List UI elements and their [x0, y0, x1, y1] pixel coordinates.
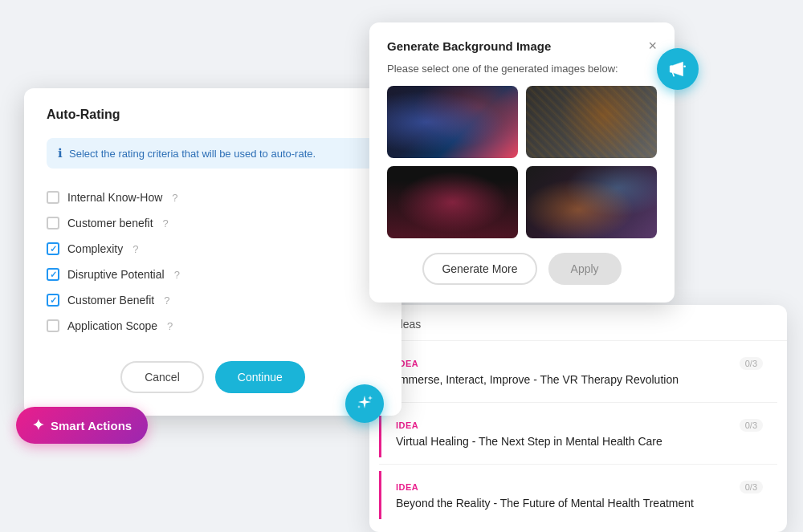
idea-badge-3: IDEA	[396, 482, 418, 492]
idea-label-row-1: IDEA 0/3	[396, 357, 763, 370]
criteria-item-application-scope: Application Scope ?	[47, 313, 379, 339]
idea-badge-2: IDEA	[396, 420, 418, 430]
criteria-checkbox-customer-benefit-2[interactable]	[47, 294, 59, 307]
auto-rating-dialog: Auto-Rating × ℹ Select the rating criter…	[24, 88, 402, 416]
image-grid	[387, 86, 657, 238]
criteria-label-application-scope: Application Scope	[67, 319, 157, 332]
generate-more-button[interactable]: Generate More	[422, 253, 536, 285]
criteria-item-internal-know-how: Internal Know-How ?	[47, 185, 379, 210]
criteria-checkbox-customer-benefit-1[interactable]	[47, 217, 59, 229]
auto-rating-footer: Cancel Continue	[47, 361, 379, 393]
generated-image-4[interactable]	[526, 166, 657, 238]
idea-text-3: Beyond the Reality - The Future of Menta…	[396, 497, 763, 510]
criteria-item-customer-benefit-1: Customer benefit ?	[47, 210, 379, 236]
generate-bg-dialog: Generate Background Image × Please selec…	[369, 22, 675, 303]
idea-item-3[interactable]: IDEA 0/3 Beyond the Reality - The Future…	[379, 471, 777, 519]
criteria-list: Internal Know-How ? Customer benefit ? C…	[47, 185, 379, 339]
sparkle-float-icon	[355, 394, 374, 413]
idea-label-row-3: IDEA 0/3	[396, 481, 763, 493]
auto-rating-info-text: Select the rating criteria that will be …	[69, 148, 316, 160]
auto-rating-header: Auto-Rating ×	[47, 108, 379, 122]
ideas-panel: ▾ Ideas IDEA 0/3 Immerse, Interact, Impr…	[369, 305, 787, 532]
criteria-item-customer-benefit-2: Customer Benefit ?	[47, 287, 379, 313]
criteria-label-complexity: Complexity	[67, 242, 123, 255]
criteria-label-customer-benefit-2: Customer Benefit	[67, 294, 154, 307]
generate-bg-footer: Generate More Apply	[387, 253, 657, 285]
smart-actions-label: Smart Actions	[51, 419, 132, 433]
generated-image-3[interactable]	[387, 166, 518, 238]
criteria-checkbox-disruptive-potential[interactable]	[47, 268, 59, 281]
idea-divider-1	[379, 402, 777, 403]
auto-rating-info-box: ℹ Select the rating criteria that will b…	[47, 138, 379, 169]
criteria-item-disruptive-potential: Disruptive Potential ?	[47, 262, 379, 287]
idea-label-row-2: IDEA 0/3	[396, 419, 763, 432]
idea-text-2: Virtual Healing - The Next Step in Menta…	[396, 435, 763, 448]
idea-text-1: Immerse, Interact, Improve - The VR Ther…	[396, 373, 763, 386]
generate-bg-title: Generate Background Image	[387, 39, 551, 53]
idea-item-2[interactable]: IDEA 0/3 Virtual Healing - The Next Step…	[379, 409, 777, 457]
criteria-item-complexity: Complexity ?	[47, 236, 379, 262]
generate-bg-close-button[interactable]: ×	[648, 39, 657, 53]
smart-actions-button[interactable]: ✦ Smart Actions	[16, 407, 148, 444]
megaphone-icon	[667, 59, 688, 79]
help-icon-complexity: ?	[132, 243, 138, 255]
criteria-label-disruptive-potential: Disruptive Potential	[67, 268, 165, 281]
generate-bg-header: Generate Background Image ×	[387, 39, 657, 53]
criteria-checkbox-application-scope[interactable]	[47, 319, 59, 332]
help-icon-internal-know-how: ?	[172, 192, 177, 204]
info-icon: ℹ	[58, 146, 63, 160]
help-icon-customer-benefit-1: ?	[163, 217, 169, 229]
criteria-checkbox-internal-know-how[interactable]	[47, 191, 59, 204]
ideas-section-header: ▾ Ideas	[369, 318, 787, 341]
criteria-label-customer-benefit-1: Customer benefit	[67, 217, 153, 229]
svg-point-0	[683, 65, 686, 67]
help-icon-disruptive-potential: ?	[174, 269, 180, 281]
help-icon-customer-benefit-2: ?	[164, 294, 169, 307]
smart-actions-sparkle-icon: ✦	[32, 416, 44, 434]
idea-count-3: 0/3	[740, 481, 763, 493]
auto-rating-title: Auto-Rating	[47, 108, 120, 122]
idea-count-1: 0/3	[740, 357, 763, 370]
apply-button[interactable]: Apply	[548, 253, 622, 285]
sparkle-float-button[interactable]	[345, 384, 384, 423]
idea-item-1[interactable]: IDEA 0/3 Immerse, Interact, Improve - Th…	[379, 347, 777, 396]
idea-count-2: 0/3	[740, 419, 763, 432]
criteria-checkbox-complexity[interactable]	[47, 242, 59, 255]
generate-bg-subtitle: Please select one of the generated image…	[387, 63, 657, 75]
idea-divider-2	[379, 464, 777, 465]
generated-image-1[interactable]	[387, 86, 518, 158]
megaphone-button[interactable]	[657, 48, 699, 90]
criteria-label-internal-know-how: Internal Know-How	[67, 191, 162, 204]
help-icon-application-scope: ?	[167, 320, 173, 332]
generated-image-2[interactable]	[526, 86, 657, 158]
continue-button[interactable]: Continue	[215, 361, 305, 393]
cancel-button[interactable]: Cancel	[120, 361, 204, 393]
